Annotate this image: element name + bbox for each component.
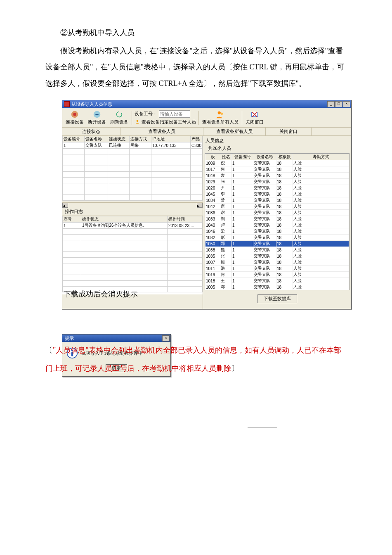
person-cell: 人脸 bbox=[293, 185, 349, 191]
person-cell: 1040 bbox=[205, 222, 220, 228]
person-cell: 人脸 bbox=[293, 247, 349, 253]
wclose-button[interactable]: × bbox=[343, 101, 350, 107]
person-cell: 18 bbox=[276, 253, 293, 259]
person-cell: 彭 bbox=[220, 235, 232, 241]
person-row[interactable]: 1048袁1交警支队18人脸 bbox=[205, 173, 349, 179]
person-cell: 1019 bbox=[205, 272, 220, 278]
log-grid[interactable]: 序号 操作状态 操作时间 1 1号设备查询到26个设备人员信息。 2013-08… bbox=[62, 216, 203, 292]
person-cell: 卢 bbox=[220, 222, 232, 228]
connect-icon bbox=[70, 110, 79, 119]
person-cell: 交警支队 bbox=[253, 278, 276, 284]
person-cell: 18 bbox=[276, 266, 293, 272]
person-cell: 1018 bbox=[205, 278, 220, 284]
person-cell: 人脸 bbox=[293, 259, 349, 266]
person-cell: 张 bbox=[220, 253, 232, 259]
titlebar[interactable]: 从设备导入人员信息 _ □ × bbox=[62, 100, 351, 108]
pg-h4[interactable]: 设备名称 bbox=[253, 154, 276, 160]
dg-h5[interactable]: IP地址 bbox=[151, 136, 191, 142]
person-cell: 1 bbox=[232, 284, 253, 290]
person-cell: 交警支队 bbox=[253, 259, 276, 266]
lg-h2[interactable]: 操作状态 bbox=[81, 216, 168, 223]
person-cell: 18 bbox=[276, 197, 293, 204]
pg-h3[interactable]: 设备编号 bbox=[232, 154, 253, 160]
person-row[interactable]: 1019何1交警支队18人脸 bbox=[205, 272, 349, 278]
log-row[interactable]: 1 1号设备查询到26个设备人员信息。 2013-08-23 ... bbox=[63, 223, 203, 229]
pg-h6[interactable]: 考勤方式 bbox=[293, 154, 349, 160]
person-legend: 人员信息 bbox=[205, 136, 349, 145]
disconnect-button[interactable]: 断开设备 bbox=[87, 109, 107, 126]
person-cell: 18 bbox=[276, 228, 293, 235]
hscrollbar[interactable]: ◂▸ bbox=[62, 202, 203, 208]
person-cell: 谢 bbox=[220, 210, 232, 216]
seg-close: 关闭窗口 bbox=[266, 128, 312, 135]
svg-rect-3 bbox=[95, 114, 98, 115]
lg-c2: 1号设备查询到26个设备人员信息。 bbox=[81, 223, 168, 229]
download-button[interactable]: 下载至数据库 bbox=[257, 294, 297, 303]
lg-h1[interactable]: 序号 bbox=[63, 216, 81, 223]
minimize-button[interactable]: _ bbox=[327, 101, 335, 107]
disconnect-label: 断开设备 bbox=[88, 119, 106, 125]
lg-h3[interactable]: 操作时间 bbox=[168, 216, 203, 223]
person-row[interactable]: 1009倪1交警支队18人脸 bbox=[205, 160, 349, 166]
person-row[interactable]: 1036谢1交警支队18人脸 bbox=[205, 210, 349, 216]
person-cell: 人脸 bbox=[293, 166, 349, 173]
person-row[interactable]: 1017何1交警支队18人脸 bbox=[205, 166, 349, 173]
person-row[interactable]: 1040卢1交警支队18人脸 bbox=[205, 222, 349, 228]
maximize-button[interactable]: □ bbox=[335, 101, 342, 107]
overlay-note: 下载成功后会消灭提示 bbox=[62, 289, 139, 299]
person-cell: 人脸 bbox=[293, 235, 349, 241]
person-row[interactable]: 1026尹1交警支队18人脸 bbox=[205, 185, 349, 191]
view-all-button[interactable]: 查看设备所有人员 bbox=[201, 109, 239, 126]
person-row[interactable]: 1005邓1交警支队18人脸 bbox=[205, 284, 349, 290]
person-cell: 熊 bbox=[220, 259, 232, 266]
close-icon bbox=[250, 110, 259, 119]
person-row[interactable]: 1011洪1交警支队18人脸 bbox=[205, 266, 349, 272]
svg-point-5 bbox=[218, 111, 221, 114]
device-row[interactable]: 1 交警支队 已连接 网络 10.77.70.133 C330 bbox=[63, 142, 203, 149]
person-cell: 1042 bbox=[205, 204, 220, 210]
person-cell: 交警支队 bbox=[253, 266, 276, 272]
person-cell: 人脸 bbox=[293, 266, 349, 272]
person-row[interactable]: 1007熊1交警支队18人脸 bbox=[205, 259, 349, 266]
device-grid[interactable]: 设备编号 设备名称 连接状态 连接方式 IP地址 产品 1 交警支队 已连接 网… bbox=[62, 136, 203, 201]
doc-line-1: ②从考勤机中导入人员 bbox=[45, 25, 347, 41]
pg-h2[interactable]: 姓名 bbox=[220, 154, 232, 160]
dg-h3[interactable]: 连接状态 bbox=[108, 136, 130, 142]
person-row[interactable]: 1032彭1交警支队18人脸 bbox=[205, 235, 349, 241]
person-cell: 1046 bbox=[205, 228, 220, 235]
person-cell: 何 bbox=[220, 272, 232, 278]
person-row[interactable]: 1046梁1交警支队18人脸 bbox=[205, 228, 349, 235]
person-cell: 1009 bbox=[205, 160, 220, 166]
person-row[interactable]: 1045李1交警支队18人脸 bbox=[205, 191, 349, 197]
pg-h5[interactable]: 模板数 bbox=[276, 154, 293, 160]
view-by-no-button[interactable]: 查看设备指定设备工号人员 bbox=[142, 119, 196, 125]
dg-h6[interactable]: 产品 bbox=[191, 136, 203, 142]
dg-h1[interactable]: 设备编号 bbox=[63, 136, 85, 142]
person-row[interactable]: 1042唐1交警支队18人脸 bbox=[205, 204, 349, 210]
person-row[interactable]: 1033刘1交警支队18人脸 bbox=[205, 216, 349, 222]
person-cell: 人脸 bbox=[293, 173, 349, 179]
person-cell: 交警支队 bbox=[253, 253, 276, 259]
person-row[interactable]: 1038熊1交警支队18人脸 bbox=[205, 247, 349, 253]
person-row[interactable]: 1018王1交警支队18人脸 bbox=[205, 278, 349, 284]
person-row[interactable]: 1050邓1交警支队18人脸 bbox=[205, 241, 349, 247]
person-row[interactable]: 1034曾1交警支队18人脸 bbox=[205, 197, 349, 204]
person-cell: 1005 bbox=[205, 284, 220, 290]
red-text: "人员信息"表格中会列出考勤机内全部已录入人员的信息，如有人员调动，人已不在本部… bbox=[45, 346, 341, 372]
connect-button[interactable]: 连接设备 bbox=[65, 109, 85, 126]
red-note: 〔"人员信息"表格中会列出考勤机内全部已录入人员的信息，如有人员调动，人已不在本… bbox=[0, 334, 392, 377]
person-cell: 1 bbox=[232, 160, 253, 166]
person-grid[interactable]: 设 姓名 设备编号 设备名称 模板数 考勤方式 1009倪1交警支队18人脸10… bbox=[205, 154, 349, 290]
person-row[interactable]: 1035张1交警支队18人脸 bbox=[205, 253, 349, 259]
close-window-button[interactable]: 关闭窗口 bbox=[245, 109, 264, 126]
dg-h4[interactable]: 连接方式 bbox=[130, 136, 151, 142]
person-row[interactable]: 1029张1交警支队18人脸 bbox=[205, 179, 349, 185]
person-cell: 交警支队 bbox=[253, 210, 276, 216]
pg-h1[interactable]: 设 bbox=[205, 154, 220, 160]
dg-h2[interactable]: 设备名称 bbox=[84, 136, 108, 142]
devno-input[interactable] bbox=[159, 110, 190, 118]
person-cell: 邓 bbox=[220, 241, 232, 247]
person-cell: 18 bbox=[276, 241, 293, 247]
refresh-button[interactable]: 刷新设备 bbox=[109, 109, 129, 126]
person-cell: 交警支队 bbox=[253, 235, 276, 241]
